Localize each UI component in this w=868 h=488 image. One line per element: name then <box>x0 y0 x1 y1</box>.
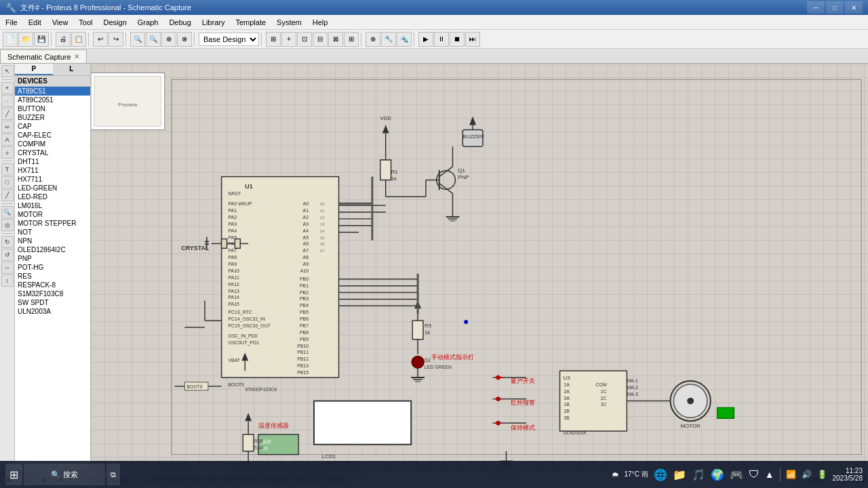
menu-help[interactable]: Help <box>307 15 334 29</box>
flip-h[interactable]: ↔ <box>1 262 14 274</box>
schematic-capture-tab[interactable]: Schematic Capture ✕ <box>0 49 87 63</box>
menu-template[interactable]: Template <box>230 15 271 29</box>
zoom-in-button[interactable]: 🔍 <box>130 32 145 47</box>
probe-tool[interactable]: 🔍 <box>1 206 14 218</box>
device-item-cap-elec[interactable]: CAP-ELEC <box>15 131 90 140</box>
device-item-npn[interactable]: NPN <box>15 237 90 245</box>
marker-tool[interactable]: ◎ <box>1 219 14 231</box>
device-item-cap[interactable]: CAP <box>15 122 90 131</box>
network-icon[interactable]: 📶 <box>786 470 796 479</box>
explorer-icon[interactable]: 📁 <box>673 468 686 481</box>
menu-tool[interactable]: Tool <box>73 15 98 29</box>
clock-widget[interactable]: 11:23 2023/5/28 <box>833 467 863 482</box>
device-item-led-green[interactable]: LED-GREEN <box>15 184 90 192</box>
panel-tab-l[interactable]: L <box>53 64 91 75</box>
zoom-fit-button[interactable]: ⊕ <box>161 32 176 47</box>
menu-file[interactable]: File <box>0 15 23 29</box>
redo-button[interactable]: ↪ <box>108 32 123 47</box>
tool4-button[interactable]: ⊟ <box>313 32 328 47</box>
sim4-button[interactable]: ⏭ <box>465 32 480 47</box>
close-button[interactable]: ✕ <box>845 1 863 14</box>
menu-library[interactable]: Library <box>197 15 231 29</box>
antivirus-icon[interactable]: 🛡 <box>749 468 760 481</box>
panel-tab-p[interactable]: P <box>15 64 53 75</box>
junction-tool[interactable]: · <box>1 95 14 107</box>
device-item-sw-spdt[interactable]: SW SPDT <box>15 298 90 307</box>
minimize-button[interactable]: ─ <box>807 1 825 14</box>
menu-system[interactable]: System <box>271 15 307 29</box>
tool2-button[interactable]: + <box>281 32 296 47</box>
device-item-res[interactable]: RES <box>15 272 90 281</box>
search-button[interactable]: 🔍 搜索 <box>24 464 105 485</box>
bus-tool[interactable]: ═ <box>1 121 14 133</box>
device-item-respack-8[interactable]: RESPACK-8 <box>15 281 90 289</box>
device-item-lm016l[interactable]: LM016L <box>15 201 90 210</box>
device-item-at89c2051[interactable]: AT89C2051 <box>15 96 90 104</box>
schematic-diagram[interactable]: Preview U1 NRST PA0 WKUP PA1 PA2 PA3 PA4… <box>91 64 868 470</box>
open-button[interactable]: 📁 <box>18 32 33 47</box>
device-item-oled12864i2c[interactable]: OLED12864I2C <box>15 245 90 254</box>
device-item-s1m32f103c8[interactable]: S1M32F103C8 <box>15 289 90 298</box>
maximize-button[interactable]: □ <box>826 1 844 14</box>
annot3-button[interactable]: 🔩 <box>397 32 412 47</box>
select-tool[interactable]: ↖ <box>1 65 14 77</box>
device-item-uln2003a[interactable]: ULN2003A <box>15 307 90 316</box>
annot1-button[interactable]: ⊕ <box>366 32 380 47</box>
start-button[interactable]: ⊞ <box>5 464 22 485</box>
schematic-canvas-area[interactable]: Preview U1 NRST PA0 WKUP PA1 PA2 PA3 PA4… <box>91 64 868 470</box>
device-item-pnp[interactable]: PNP <box>15 254 90 263</box>
annot2-button[interactable]: 🔧 <box>381 32 396 47</box>
menu-debug[interactable]: Debug <box>163 15 196 29</box>
tool1-button[interactable]: ⊞ <box>266 32 281 47</box>
taskview-button[interactable]: ⧉ <box>106 464 120 485</box>
tool5-button[interactable]: ⊠ <box>328 32 343 47</box>
device-item-motor-stepper[interactable]: MOTOR STEPPER <box>15 219 90 228</box>
menu-design[interactable]: Design <box>98 15 132 29</box>
power-tool[interactable]: ⏚ <box>1 146 14 159</box>
print-button[interactable]: 🖨 <box>56 32 71 47</box>
menu-view[interactable]: View <box>47 15 74 29</box>
sim2-button[interactable]: ⏸ <box>434 32 449 47</box>
label-tool[interactable]: A <box>1 134 14 146</box>
rotate-cw[interactable]: ↻ <box>1 236 14 248</box>
device-item-crystal[interactable]: CRYSTAL <box>15 148 90 157</box>
save-button[interactable]: 💾 <box>34 32 49 47</box>
new-button[interactable]: 📄 <box>3 32 18 47</box>
device-item-led-red[interactable]: LED-RED <box>15 192 90 201</box>
device-item-motor[interactable]: MOTOR <box>15 210 90 219</box>
component-tool[interactable]: + <box>1 82 14 94</box>
rotate-ccw[interactable]: ↺ <box>1 249 14 261</box>
sim3-button[interactable]: ⏹ <box>450 32 465 47</box>
design-select[interactable]: Base Design <box>199 33 259 46</box>
game-icon[interactable]: 🎮 <box>730 468 743 481</box>
device-item-buzzer[interactable]: BUZZER <box>15 113 90 122</box>
menu-graph[interactable]: Graph <box>132 15 164 29</box>
zoom-out-button[interactable]: 🔍 <box>146 32 161 47</box>
tab-close-button[interactable]: ✕ <box>74 53 79 60</box>
wire-tool[interactable]: ╱ <box>1 108 14 120</box>
sound-icon[interactable]: 🔊 <box>802 470 812 479</box>
zoom-area-button[interactable]: ⊗ <box>177 32 192 47</box>
browser-icon[interactable]: 🌍 <box>711 468 724 481</box>
line-tool[interactable]: ╱ <box>1 189 14 201</box>
edge-icon[interactable]: 🌐 <box>654 468 667 481</box>
sim1-button[interactable]: ▶ <box>418 32 433 47</box>
undo-button[interactable]: ↩ <box>93 32 108 47</box>
device-item-compim[interactable]: COMPIM <box>15 140 90 148</box>
music-icon[interactable]: 🎵 <box>692 468 705 481</box>
text-tool[interactable]: T <box>1 163 14 176</box>
flip-v[interactable]: ↕ <box>1 274 14 287</box>
device-item-at89c51[interactable]: AT89C51 <box>15 87 90 96</box>
device-item-pot-hg[interactable]: POT-HG <box>15 263 90 272</box>
device-item-hx711[interactable]: HX711 <box>15 166 90 175</box>
menu-edit[interactable]: Edit <box>23 15 47 29</box>
device-item-button[interactable]: BUTTON <box>15 104 90 113</box>
tool3-button[interactable]: ⊡ <box>297 32 312 47</box>
box-tool[interactable]: □ <box>1 176 14 188</box>
settings-icon[interactable]: ▲ <box>765 469 774 480</box>
device-item-hx7711[interactable]: HX7711 <box>15 175 90 184</box>
device-item-dht11[interactable]: DHT11 <box>15 157 90 166</box>
device-item-not[interactable]: NOT <box>15 228 90 237</box>
print2-button[interactable]: 📋 <box>71 32 86 47</box>
tool6-button[interactable]: ⊞ <box>344 32 359 47</box>
